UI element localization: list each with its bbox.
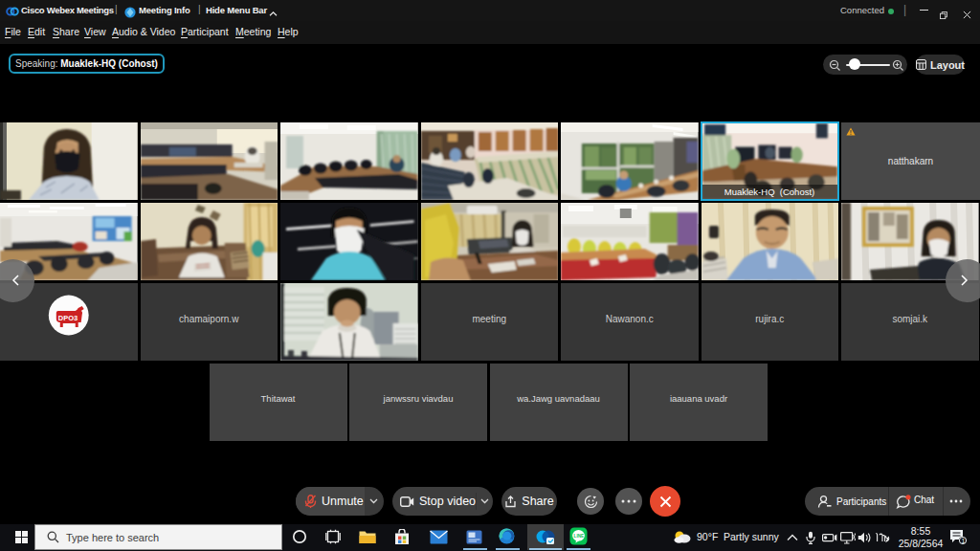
svg-text:DPO3: DPO3 [58, 314, 78, 322]
svg-text:1: 1 [962, 538, 966, 544]
svg-text:LINE: LINE [574, 534, 584, 539]
